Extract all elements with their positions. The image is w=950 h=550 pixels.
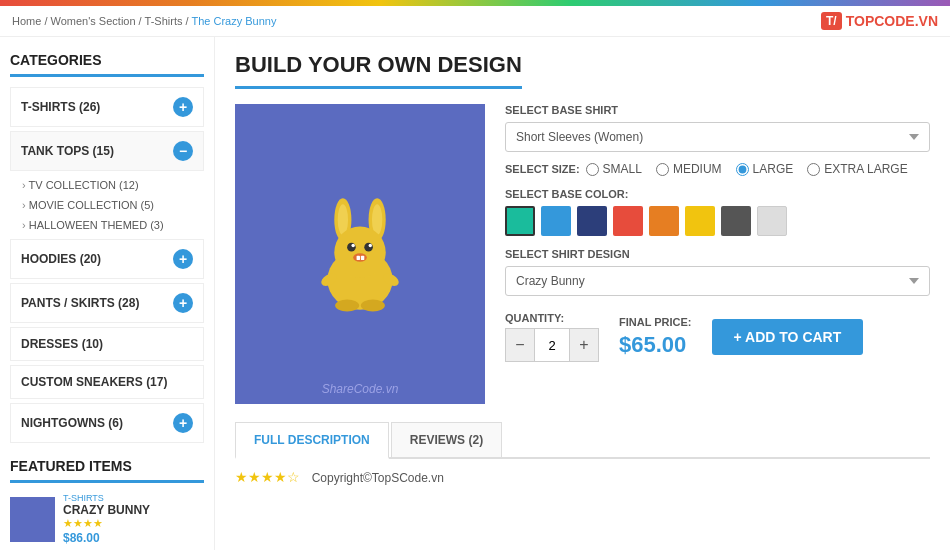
options-panel: SELECT BASE SHIRT Short Sleeves (Women) …: [505, 104, 930, 404]
svg-point-5: [334, 227, 385, 278]
sidebar-item-sneakers[interactable]: CUSTOM SNEAKERS (17): [10, 365, 204, 399]
breadcrumb-current: The Crazy Bunny: [191, 15, 276, 27]
sidebar: CATEGORIES T-SHIRTS (26) + TANK TOPS (15…: [0, 37, 215, 550]
size-radio-large[interactable]: [736, 163, 749, 176]
svg-point-16: [361, 299, 385, 311]
featured-item-1[interactable]: T-SHIRTS CRAZY BUNNY ★★★★ $86.00: [10, 493, 204, 545]
logo: T/ TOPCODE.VN: [821, 12, 938, 30]
featured-stars-1: ★★★★: [63, 517, 204, 530]
color-swatch-darkblue[interactable]: [577, 206, 607, 236]
product-image-box: ShareCode.vn: [235, 104, 485, 404]
size-radio-xl[interactable]: [807, 163, 820, 176]
header: Home / Women's Section / T-Shirts / The …: [0, 6, 950, 37]
review-text: Copyright©TopSCode.vn: [312, 471, 444, 485]
size-option-small[interactable]: SMALL: [586, 162, 642, 176]
sidebar-item-nightgowns[interactable]: NIGHTGOWNS (6) +: [10, 403, 204, 443]
tanktops-subitems: TV COLLECTION (12) MOVIE COLLECTION (5) …: [10, 175, 204, 235]
nightgowns-icon: +: [173, 413, 193, 433]
color-swatch-teal[interactable]: [505, 206, 535, 236]
page-title: BUILD YOUR OWN DESIGN: [235, 52, 522, 89]
featured-thumb-1: [10, 497, 55, 542]
svg-rect-12: [361, 256, 364, 260]
size-radio-medium[interactable]: [656, 163, 669, 176]
logo-icon: T/: [821, 12, 842, 30]
design-select[interactable]: Crazy Bunny Happy Doughnut Space Cat Rai…: [505, 266, 930, 296]
sidebar-item-pants[interactable]: PANTS / SKIRTS (28) +: [10, 283, 204, 323]
breadcrumb-tshirts[interactable]: T-Shirts: [145, 15, 183, 27]
color-swatch-light[interactable]: [757, 206, 787, 236]
breadcrumb: Home / Women's Section / T-Shirts / The …: [12, 15, 276, 27]
color-swatch-yellow[interactable]: [685, 206, 715, 236]
size-option-medium[interactable]: MEDIUM: [656, 162, 722, 176]
purchase-row: QUANTITY: − + FINAL PRICE: $65.00 + ADD …: [505, 312, 930, 362]
color-swatch-orange[interactable]: [649, 206, 679, 236]
logo-text: TOPCODE.VN: [846, 13, 938, 29]
sidebar-item-tshirts-label: T-SHIRTS (26): [21, 100, 100, 114]
sub-halloween[interactable]: HALLOWEEN THEMED (3): [22, 215, 204, 235]
sidebar-item-pants-label: PANTS / SKIRTS (28): [21, 296, 139, 310]
base-shirt-label: SELECT BASE SHIRT: [505, 104, 930, 116]
svg-point-7: [364, 243, 373, 252]
svg-point-15: [335, 299, 359, 311]
featured-info-1: T-SHIRTS CRAZY BUNNY ★★★★ $86.00: [63, 493, 204, 545]
tshirts-icon: +: [173, 97, 193, 117]
sidebar-item-tshirts[interactable]: T-SHIRTS (26) +: [10, 87, 204, 127]
breadcrumb-home[interactable]: Home: [12, 15, 41, 27]
categories-title: CATEGORIES: [10, 52, 204, 77]
sidebar-item-tanktops-label: TANK TOPS (15): [21, 144, 114, 158]
qty-control: − +: [505, 328, 599, 362]
add-to-cart-label: + ADD TO CART: [734, 329, 842, 345]
quantity-label: QUANTITY:: [505, 312, 599, 324]
tabs-row: FULL DESCRIPTION REVIEWS (2): [235, 422, 930, 459]
add-to-cart-button[interactable]: + ADD TO CART: [712, 319, 864, 355]
sidebar-item-tanktops[interactable]: TANK TOPS (15) −: [10, 131, 204, 171]
base-shirt-select[interactable]: Short Sleeves (Women) Long Sleeves (Wome…: [505, 122, 930, 152]
sidebar-item-sneakers-label: CUSTOM SNEAKERS (17): [21, 375, 167, 389]
tab-reviews[interactable]: REVIEWS (2): [391, 422, 502, 457]
featured-title: FEATURED ITEMS: [10, 458, 204, 483]
size-radio-small[interactable]: [586, 163, 599, 176]
qty-increase-button[interactable]: +: [570, 329, 598, 361]
tanktops-icon: −: [173, 141, 193, 161]
svg-point-6: [347, 243, 356, 252]
size-options: SMALL MEDIUM LARGE EXTRA LARGE: [586, 162, 908, 176]
bunny-svg: [300, 194, 420, 314]
review-stars: ★★★★☆: [235, 469, 300, 485]
main-content: BUILD YOUR OWN DESIGN: [215, 37, 950, 550]
pants-icon: +: [173, 293, 193, 313]
sidebar-item-dresses[interactable]: DRESSES (10): [10, 327, 204, 361]
main-layout: CATEGORIES T-SHIRTS (26) + TANK TOPS (15…: [0, 37, 950, 550]
featured-img-1: [10, 497, 55, 542]
design-label: SELECT SHIRT DESIGN: [505, 248, 930, 260]
size-label: SELECT SIZE:: [505, 163, 580, 175]
color-swatch-red[interactable]: [613, 206, 643, 236]
reviews-section: ★★★★☆ Copyright©TopSCode.vn: [235, 459, 930, 495]
color-swatch-blue[interactable]: [541, 206, 571, 236]
tab-full-description[interactable]: FULL DESCRIPTION: [235, 422, 389, 459]
watermark: ShareCode.vn: [322, 382, 399, 396]
qty-input[interactable]: [534, 329, 570, 361]
color-swatches: [505, 206, 930, 236]
quantity-group: QUANTITY: − +: [505, 312, 599, 362]
color-label: SELECT BASE COLOR:: [505, 188, 930, 200]
svg-point-8: [351, 244, 354, 247]
sidebar-item-dresses-label: DRESSES (10): [21, 337, 103, 351]
svg-point-9: [369, 244, 372, 247]
final-price: $65.00: [619, 332, 692, 358]
qty-decrease-button[interactable]: −: [506, 329, 534, 361]
svg-rect-11: [357, 256, 360, 260]
sidebar-item-nightgowns-label: NIGHTGOWNS (6): [21, 416, 123, 430]
size-option-xl[interactable]: EXTRA LARGE: [807, 162, 907, 176]
featured-cat-1: T-SHIRTS: [63, 493, 204, 503]
breadcrumb-womens[interactable]: Women's Section: [51, 15, 136, 27]
featured-price-1: $86.00: [63, 531, 100, 545]
sidebar-item-hoodies[interactable]: HOODIES (20) +: [10, 239, 204, 279]
sidebar-item-hoodies-label: HOODIES (20): [21, 252, 101, 266]
size-option-large[interactable]: LARGE: [736, 162, 794, 176]
final-price-label: FINAL PRICE:: [619, 316, 692, 328]
featured-name-1: CRAZY BUNNY: [63, 503, 204, 517]
sub-movie-collection[interactable]: MOVIE COLLECTION (5): [22, 195, 204, 215]
color-swatch-dark[interactable]: [721, 206, 751, 236]
hoodies-icon: +: [173, 249, 193, 269]
sub-tv-collection[interactable]: TV COLLECTION (12): [22, 175, 204, 195]
